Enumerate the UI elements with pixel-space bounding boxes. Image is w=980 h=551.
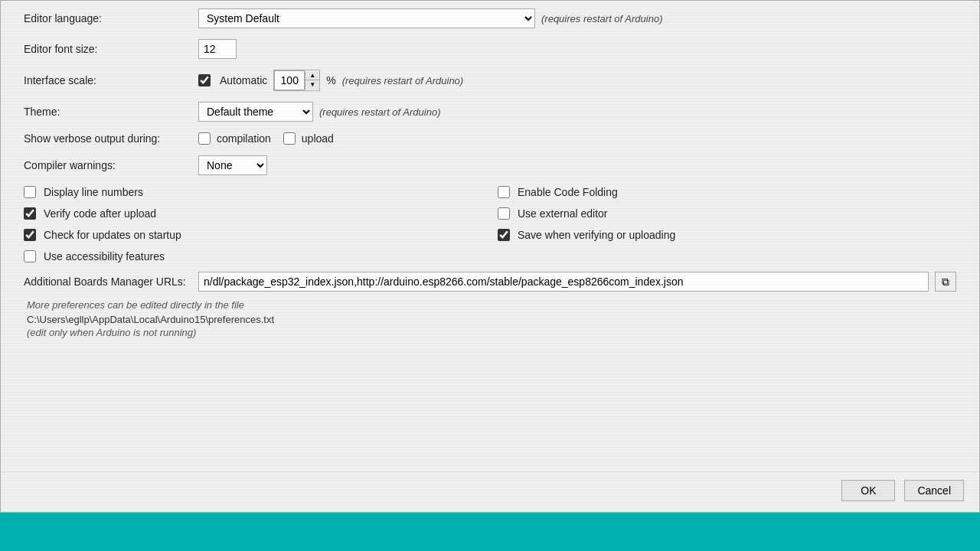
verbose-compilation-label: compilation (217, 132, 271, 145)
preferences-dialog: Editor language: System Default (require… (0, 0, 980, 513)
editor-language-note: (requires restart of Arduino) (541, 13, 662, 24)
use-external-editor-row: Use external editor (498, 207, 956, 220)
dialog-footer: OK Cancel (1, 471, 979, 512)
checkboxes-right: Enable Code Folding Use external editor … (482, 186, 956, 272)
enable-code-folding-row: Enable Code Folding (498, 186, 956, 198)
spinner-buttons: ▲ ▼ (305, 71, 319, 90)
use-external-editor-label: Use external editor (518, 207, 608, 220)
accessibility-checkbox[interactable] (24, 250, 36, 262)
scale-spinner: ▲ ▼ (273, 70, 320, 91)
interface-scale-row: Interface scale: Automatic ▲ ▼ % (requir… (24, 70, 956, 91)
compiler-warnings-row: Compiler warnings: None (24, 155, 956, 175)
interface-scale-label: Interface scale: (24, 74, 192, 86)
prefs-note: More preferences can be edited directly … (24, 299, 956, 338)
enable-code-folding-checkbox[interactable] (498, 186, 510, 198)
boards-manager-label: Additional Boards Manager URLs: (24, 276, 192, 288)
theme-note: (requires restart of Arduino) (319, 106, 440, 118)
teal-taskbar (0, 513, 980, 551)
boards-manager-row: Additional Boards Manager URLs: ⧉ (24, 272, 956, 292)
save-when-verifying-row: Save when verifying or uploading (498, 229, 956, 241)
display-line-numbers-checkbox[interactable] (24, 186, 36, 198)
boards-copy-button[interactable]: ⧉ (935, 272, 956, 292)
interface-scale-auto-label: Automatic (220, 74, 267, 86)
scale-down-button[interactable]: ▼ (305, 80, 319, 90)
verify-code-checkbox[interactable] (24, 207, 36, 220)
accessibility-label: Use accessibility features (44, 250, 165, 262)
save-when-verifying-checkbox[interactable] (498, 229, 510, 241)
verbose-row: Show verbose output during: compilation … (24, 132, 956, 145)
editor-language-label: Editor language: (24, 12, 192, 24)
check-updates-checkbox[interactable] (24, 229, 36, 241)
verbose-upload-label: upload (302, 132, 334, 145)
cancel-button[interactable]: Cancel (904, 480, 964, 501)
verify-code-row: Verify code after upload (24, 207, 482, 220)
check-updates-row: Check for updates on startup (24, 229, 482, 241)
verbose-upload-item: upload (283, 132, 334, 145)
percent-label: % (326, 74, 335, 86)
verbose-checkboxes: compilation upload (198, 132, 334, 145)
editor-font-size-input[interactable] (198, 39, 237, 59)
compiler-warnings-label: Compiler warnings: (24, 159, 192, 171)
display-line-numbers-label: Display line numbers (44, 186, 143, 198)
save-when-verifying-label: Save when verifying or uploading (518, 229, 675, 241)
verbose-compilation-checkbox[interactable] (198, 132, 211, 145)
checkboxes-left: Display line numbers Verify code after u… (24, 186, 482, 272)
display-line-numbers-row: Display line numbers (24, 186, 482, 198)
editor-language-row: Editor language: System Default (require… (24, 8, 956, 28)
accessibility-row: Use accessibility features (24, 250, 482, 262)
editor-font-size-row: Editor font size: (24, 39, 956, 59)
boards-manager-input[interactable] (198, 272, 929, 292)
verify-code-label: Verify code after upload (44, 207, 156, 220)
ok-button[interactable]: OK (841, 480, 895, 501)
editor-font-size-label: Editor font size: (24, 43, 192, 55)
prefs-note-text: More preferences can be edited directly … (27, 299, 956, 311)
scale-up-button[interactable]: ▲ (305, 71, 319, 80)
verbose-compilation-item: compilation (198, 132, 271, 145)
prefs-edit-note-text: (edit only when Arduino is not running) (27, 327, 956, 338)
theme-row: Theme: Default theme (requires restart o… (24, 102, 956, 122)
enable-code-folding-label: Enable Code Folding (518, 186, 618, 198)
scale-input[interactable] (274, 70, 305, 90)
prefs-path-text: C:\Users\egllp\AppData\Local\Arduino15\p… (27, 314, 956, 325)
theme-select[interactable]: Default theme (198, 102, 313, 122)
theme-label: Theme: (24, 106, 192, 118)
check-updates-label: Check for updates on startup (44, 229, 181, 241)
verbose-label: Show verbose output during: (24, 132, 192, 145)
editor-language-select[interactable]: System Default (198, 8, 535, 28)
use-external-editor-checkbox[interactable] (498, 207, 510, 220)
verbose-upload-checkbox[interactable] (283, 132, 296, 145)
interface-scale-auto-checkbox[interactable] (198, 74, 211, 86)
compiler-warnings-select[interactable]: None (198, 155, 267, 175)
dialog-content: Editor language: System Default (require… (1, 1, 979, 471)
checkboxes-section: Display line numbers Verify code after u… (24, 186, 956, 272)
interface-scale-note: (requires restart of Arduino) (342, 75, 463, 86)
